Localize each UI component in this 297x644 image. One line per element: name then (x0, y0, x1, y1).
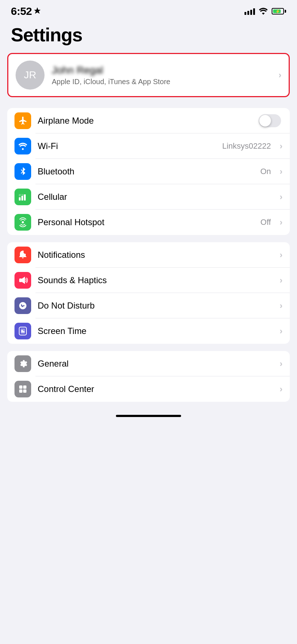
svg-rect-12 (21, 330, 23, 333)
sounds-haptics-label: Sounds & Haptics (38, 275, 273, 285)
screen-time-icon (14, 323, 31, 339)
airplane-mode-row[interactable]: Airplane Mode (7, 108, 290, 133)
bluetooth-label: Bluetooth (38, 166, 254, 177)
bluetooth-chevron-icon: › (280, 166, 283, 177)
svg-rect-3 (24, 194, 26, 201)
page-title-area: Settings (0, 20, 297, 53)
notifications-row[interactable]: Notifications › (7, 242, 290, 268)
connectivity-group: Airplane Mode Wi-Fi Linksys02222 › Bluet… (7, 108, 290, 235)
sounds-haptics-chevron-icon: › (280, 275, 283, 285)
home-indicator (0, 409, 297, 421)
notifications-group: Notifications › Sounds & Haptics › Do No… (7, 242, 290, 344)
svg-text:((·)): ((·)) (19, 193, 24, 197)
profile-name: John Regal (52, 65, 271, 76)
control-center-chevron-icon: › (280, 384, 283, 394)
general-chevron-icon: › (280, 359, 283, 369)
general-label: General (38, 359, 273, 369)
personal-hotspot-label: Personal Hotspot (38, 217, 254, 227)
control-center-icon (14, 381, 31, 397)
svg-marker-9 (22, 277, 25, 284)
status-time: 6:52 (11, 5, 32, 17)
personal-hotspot-icon (14, 214, 31, 231)
wifi-status-icon (259, 8, 268, 15)
control-center-label: Control Center (38, 384, 273, 394)
cellular-label: Cellular (38, 192, 273, 202)
general-row[interactable]: General › (7, 351, 290, 376)
svg-rect-16 (19, 389, 22, 393)
profile-subtitle: Apple ID, iCloud, iTunes & App Store (52, 78, 271, 86)
profile-row[interactable]: JR John Regal Apple ID, iCloud, iTunes &… (8, 54, 289, 96)
general-icon (14, 355, 31, 372)
personal-hotspot-row[interactable]: Personal Hotspot Off › (7, 210, 290, 235)
svg-rect-13 (23, 331, 25, 333)
profile-section[interactable]: JR John Regal Apple ID, iCloud, iTunes &… (7, 53, 290, 97)
battery-icon: ⚡ (272, 8, 286, 15)
svg-rect-15 (23, 385, 26, 389)
do-not-disturb-row[interactable]: Do Not Disturb › (7, 293, 290, 318)
cellular-icon: ((·)) (14, 189, 31, 205)
screen-time-label: Screen Time (38, 326, 273, 336)
svg-rect-14 (19, 385, 22, 389)
notifications-chevron-icon: › (280, 250, 283, 260)
signal-bars-icon (244, 8, 255, 15)
page-title: Settings (11, 24, 286, 46)
location-icon (34, 7, 41, 15)
airplane-mode-icon (14, 112, 31, 129)
wifi-value: Linksys02222 (222, 141, 271, 151)
wifi-icon (14, 138, 31, 154)
notifications-icon (14, 247, 31, 263)
cellular-chevron-icon: › (280, 192, 283, 202)
profile-info: John Regal Apple ID, iCloud, iTunes & Ap… (52, 65, 271, 86)
cellular-row[interactable]: ((·)) Cellular › (7, 184, 290, 210)
svg-rect-1 (19, 197, 21, 201)
avatar: JR (16, 61, 45, 90)
home-bar (116, 415, 181, 417)
personal-hotspot-value: Off (260, 218, 271, 227)
screen-time-row[interactable]: Screen Time › (7, 318, 290, 344)
notifications-label: Notifications (38, 250, 273, 260)
do-not-disturb-icon (14, 297, 31, 314)
sounds-haptics-row[interactable]: Sounds & Haptics › (7, 268, 290, 293)
screen-time-chevron-icon: › (280, 326, 283, 336)
bluetooth-row[interactable]: Bluetooth On › (7, 159, 290, 184)
status-icons: ⚡ (244, 8, 286, 15)
svg-rect-17 (23, 389, 26, 393)
sounds-haptics-icon (14, 272, 31, 289)
do-not-disturb-label: Do Not Disturb (38, 301, 273, 311)
airplane-mode-toggle[interactable] (259, 114, 281, 127)
svg-rect-8 (19, 278, 22, 282)
wifi-label: Wi-Fi (38, 141, 216, 151)
avatar-initials: JR (24, 69, 36, 81)
general-group: General › Control Center › (7, 351, 290, 402)
bluetooth-value: On (260, 167, 271, 176)
do-not-disturb-chevron-icon: › (280, 301, 283, 311)
wifi-chevron-icon: › (280, 141, 283, 151)
status-bar: 6:52 ⚡ (0, 0, 297, 20)
personal-hotspot-chevron-icon: › (280, 217, 283, 227)
wifi-row[interactable]: Wi-Fi Linksys02222 › (7, 133, 290, 159)
control-center-row[interactable]: Control Center › (7, 376, 290, 402)
bluetooth-icon (14, 163, 31, 180)
svg-point-7 (24, 250, 27, 254)
profile-chevron-icon: › (279, 70, 281, 80)
airplane-mode-label: Airplane Mode (38, 116, 252, 126)
svg-point-5 (22, 221, 24, 223)
svg-point-0 (22, 148, 24, 150)
